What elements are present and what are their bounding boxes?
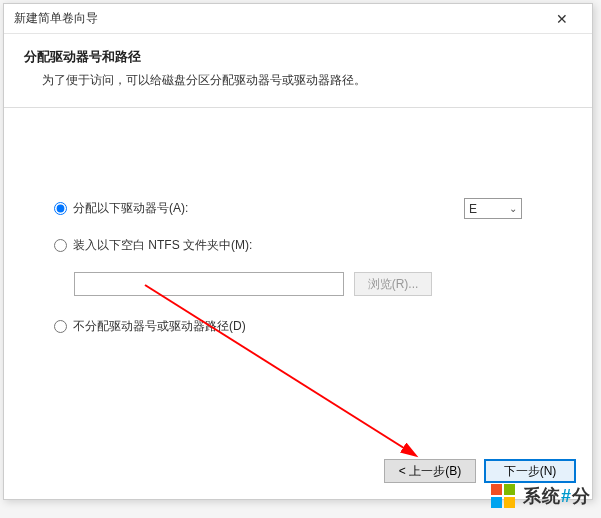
option-mount-folder: 装入以下空白 NTFS 文件夹中(M): <box>54 237 542 254</box>
label-assign-letter[interactable]: 分配以下驱动器号(A): <box>73 200 188 217</box>
page-description: 为了便于访问，可以给磁盘分区分配驱动器号或驱动器路径。 <box>24 72 572 89</box>
mount-input-row: 浏览(R)... <box>74 272 542 296</box>
option-assign-letter: 分配以下驱动器号(A): E ⌄ <box>54 198 542 219</box>
back-button[interactable]: < 上一步(B) <box>384 459 476 483</box>
drive-letter-value: E <box>469 202 477 216</box>
label-no-assign[interactable]: 不分配驱动器号或驱动器路径(D) <box>73 318 246 335</box>
label-mount-folder[interactable]: 装入以下空白 NTFS 文件夹中(M): <box>73 237 252 254</box>
close-icon: ✕ <box>556 11 568 27</box>
next-button[interactable]: 下一步(N) <box>484 459 576 483</box>
page-title: 分配驱动器号和路径 <box>24 48 572 66</box>
chevron-down-icon: ⌄ <box>509 203 517 214</box>
radio-mount-folder[interactable] <box>54 239 67 252</box>
close-button[interactable]: ✕ <box>542 5 582 33</box>
wizard-dialog: 新建简单卷向导 ✕ 分配驱动器号和路径 为了便于访问，可以给磁盘分区分配驱动器号… <box>3 3 593 500</box>
titlebar: 新建简单卷向导 ✕ <box>4 4 592 34</box>
option-no-assign: 不分配驱动器号或驱动器路径(D) <box>54 318 542 335</box>
radio-assign-letter[interactable] <box>54 202 67 215</box>
content-area: 分配以下驱动器号(A): E ⌄ 装入以下空白 NTFS 文件夹中(M): 浏览… <box>4 108 592 363</box>
drive-letter-select[interactable]: E ⌄ <box>464 198 522 219</box>
button-bar: < 上一步(B) 下一步(N) <box>384 459 576 483</box>
wizard-header: 分配驱动器号和路径 为了便于访问，可以给磁盘分区分配驱动器号或驱动器路径。 <box>4 34 592 108</box>
mount-path-input[interactable] <box>74 272 344 296</box>
browse-button: 浏览(R)... <box>354 272 432 296</box>
radio-no-assign[interactable] <box>54 320 67 333</box>
dialog-title: 新建简单卷向导 <box>14 10 98 27</box>
